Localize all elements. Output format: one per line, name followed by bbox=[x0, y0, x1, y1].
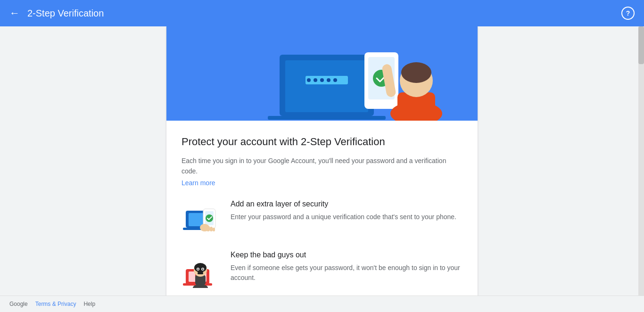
footer-terms-privacy[interactable]: Terms & Privacy bbox=[35, 301, 76, 307]
main-content: Protect your account with 2-Step Verific… bbox=[0, 26, 644, 312]
footer: Google Terms & Privacy Help bbox=[0, 296, 644, 312]
footer-google: Google bbox=[9, 301, 28, 307]
svg-rect-27 bbox=[210, 227, 213, 231]
footer-help: Help bbox=[83, 301, 95, 307]
svg-point-8 bbox=[333, 78, 337, 82]
svg-point-7 bbox=[327, 78, 330, 82]
feature-security-body: Enter your password and a unique verific… bbox=[231, 212, 456, 222]
svg-point-16 bbox=[401, 62, 431, 83]
card-body: Protect your account with 2-Step Verific… bbox=[166, 121, 478, 312]
svg-point-39 bbox=[198, 268, 199, 270]
scrollbar-thumb[interactable] bbox=[638, 26, 644, 64]
back-button[interactable]: ← bbox=[9, 7, 20, 19]
svg-point-5 bbox=[314, 78, 317, 82]
help-button[interactable]: ? bbox=[621, 7, 635, 20]
svg-point-40 bbox=[202, 268, 204, 270]
learn-more-link[interactable]: Learn more bbox=[182, 179, 215, 187]
hero-illustration bbox=[166, 26, 478, 121]
feature-hacker-text: Keep the bad guys out Even if someone el… bbox=[231, 251, 462, 283]
svg-rect-28 bbox=[213, 228, 215, 231]
header: ← 2-Step Verification ? bbox=[0, 0, 644, 26]
svg-point-23 bbox=[206, 214, 213, 222]
header-title: 2-Step Verification bbox=[27, 8, 104, 19]
feature-hacker: Keep the bad guys out Even if someone el… bbox=[182, 251, 462, 288]
svg-point-4 bbox=[307, 78, 311, 82]
svg-rect-9 bbox=[268, 116, 386, 120]
card-description: Each time you sign in to your Google Acc… bbox=[182, 156, 462, 177]
feature-security-text: Add an extra layer of security Enter you… bbox=[231, 200, 456, 222]
feature-security: Add an extra layer of security Enter you… bbox=[182, 200, 462, 238]
card: Protect your account with 2-Step Verific… bbox=[166, 26, 478, 312]
svg-rect-25 bbox=[203, 225, 206, 231]
svg-rect-41 bbox=[198, 272, 203, 274]
hacker-icon bbox=[182, 251, 219, 288]
feature-security-heading: Add an extra layer of security bbox=[231, 200, 456, 208]
svg-rect-2 bbox=[285, 60, 368, 112]
card-title: Protect your account with 2-Step Verific… bbox=[182, 136, 462, 148]
feature-hacker-heading: Keep the bad guys out bbox=[231, 251, 462, 259]
svg-rect-26 bbox=[206, 226, 210, 231]
feature-hacker-body: Even if someone else gets your password,… bbox=[231, 263, 462, 283]
security-icon bbox=[182, 200, 219, 238]
scrollbar[interactable] bbox=[638, 26, 644, 312]
svg-point-6 bbox=[320, 78, 324, 82]
svg-point-36 bbox=[194, 263, 206, 272]
